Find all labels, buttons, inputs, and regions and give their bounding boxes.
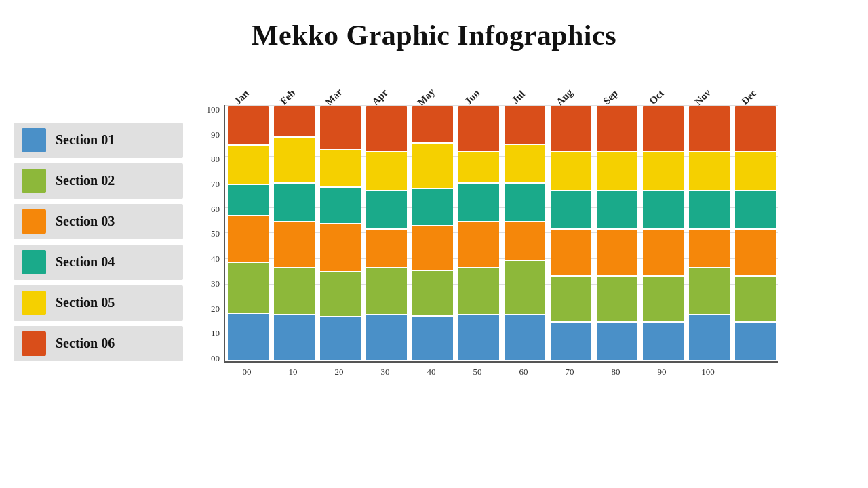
bar-segment-mar-s1 [320,317,361,361]
bar-stack-feb [274,106,315,361]
bar-segment-mar-s6 [320,106,361,150]
bar-segment-nov-s5 [689,152,730,191]
y-label-90: 90 [211,130,220,139]
bar-segment-jan-s5 [228,146,269,185]
bar-column-oct [640,105,686,361]
bar-segment-oct-s1 [643,323,684,361]
bar-segment-dec-s2 [735,277,776,323]
bar-segment-jul-s3 [505,222,545,261]
chart-body: 10090807060504030201000 [190,105,854,363]
y-label-00: 00 [211,354,220,363]
x-label-40: 40 [408,367,454,378]
bar-segment-jan-s3 [228,216,269,263]
chart-area: Section 01Section 02Section 03Section 04… [14,65,854,378]
bar-segment-may-s2 [412,271,453,316]
bar-segment-feb-s6 [274,106,315,138]
bar-segment-sep-s2 [597,277,637,323]
x-label-70: 70 [547,367,593,378]
bar-segment-mar-s5 [320,150,361,187]
bar-segment-sep-s4 [597,191,637,230]
y-label-50: 50 [211,229,220,238]
y-label-70: 70 [211,180,220,188]
bar-segment-jun-s2 [458,268,499,314]
legend-color-s6 [22,331,46,356]
bar-segment-apr-s4 [366,191,407,230]
bar-segment-nov-s4 [689,191,730,230]
y-label-30: 30 [211,279,220,288]
bar-stack-apr [366,106,407,361]
bar-segment-jun-s6 [458,106,499,152]
y-label-10: 10 [211,329,220,338]
bar-segment-jul-s6 [505,106,545,145]
bar-column-jan [225,105,271,361]
bar-segment-feb-s5 [274,138,315,184]
bar-segment-feb-s2 [274,268,315,314]
bar-stack-mar [320,106,361,361]
bar-segment-mar-s2 [320,272,361,317]
bar-segment-jun-s5 [458,152,499,184]
bar-segment-may-s3 [412,226,453,271]
bar-segment-aug-s6 [551,106,591,152]
bar-segment-jun-s1 [458,315,499,361]
bar-column-sep [594,105,640,361]
bar-segment-mar-s4 [320,188,361,224]
x-label-90: 90 [639,367,685,378]
legend-item-s1: Section 01 [14,123,183,158]
bar-column-aug [548,105,594,361]
legend-label-s4: Section 04 [56,254,115,270]
bar-segment-nov-s2 [689,268,730,314]
x-label-00: 00 [224,367,270,378]
bar-segment-aug-s2 [551,277,591,323]
y-axis: 10090807060504030201000 [190,105,224,363]
bars-container [224,105,778,363]
bar-stack-nov [689,106,730,361]
chart-wrapper: JanFebMarAprMayJunJulAugSepOctNovDec 100… [190,65,854,378]
bar-segment-jan-s4 [228,185,269,216]
bar-stack-jan [228,106,269,361]
bar-segment-apr-s2 [366,268,407,314]
bar-column-jul [502,105,548,361]
y-label-20: 20 [211,304,220,313]
bar-segment-jan-s6 [228,106,269,146]
bar-segment-jan-s1 [228,314,269,361]
x-label-20: 20 [316,367,362,378]
legend-item-s2: Section 02 [14,163,183,199]
bar-segment-apr-s3 [366,230,407,268]
bar-segment-feb-s3 [274,222,315,268]
bar-stack-jul [505,106,545,361]
bar-segment-sep-s3 [597,230,637,276]
legend-label-s6: Section 06 [56,336,115,351]
y-label-40: 40 [211,254,220,263]
y-label-100: 100 [207,105,220,114]
x-label-50: 50 [454,367,500,378]
bar-segment-aug-s4 [551,191,591,230]
bar-segment-jul-s4 [505,184,545,222]
legend-color-s3 [22,209,46,234]
bar-column-mar [317,105,363,361]
bar-segment-sep-s5 [597,152,637,191]
bar-segment-dec-s5 [735,152,776,191]
page: Mekko Graphic Infographics Section 01Sec… [0,0,868,488]
legend-color-s4 [22,250,46,274]
bar-segment-jul-s2 [505,261,545,315]
bar-segment-oct-s5 [643,152,684,191]
legend: Section 01Section 02Section 03Section 04… [14,106,190,378]
bar-segment-dec-s4 [735,191,776,230]
bar-segment-dec-s1 [735,323,776,361]
bar-segment-dec-s3 [735,230,776,276]
bar-segment-feb-s1 [274,315,315,361]
bar-segment-feb-s4 [274,184,315,222]
legend-label-s3: Section 03 [56,214,115,229]
bar-column-may [410,105,456,361]
y-label-80: 80 [211,155,220,163]
bar-segment-jun-s3 [458,222,499,268]
bar-segment-mar-s3 [320,224,361,272]
bar-segment-dec-s6 [735,106,776,152]
bar-stack-jun [458,106,499,361]
x-label-30: 30 [362,367,408,378]
legend-color-s5 [22,291,46,315]
x-label-60: 60 [500,367,547,378]
bar-stack-sep [597,106,637,361]
x-label-10: 10 [270,367,316,378]
bar-segment-oct-s2 [643,277,684,323]
